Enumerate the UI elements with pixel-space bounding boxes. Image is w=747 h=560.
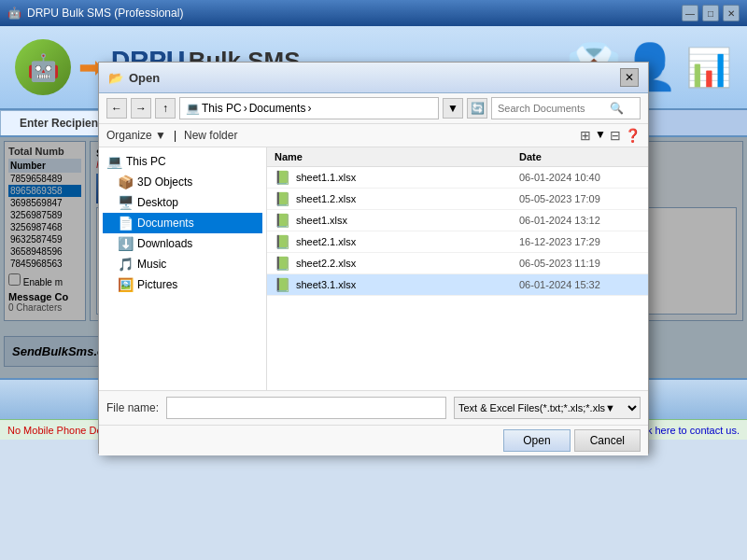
- breadcrumb-icon: 💻: [186, 102, 200, 115]
- breadcrumb-sep2: ›: [307, 102, 311, 115]
- file-row[interactable]: 📗 sheet2.2.xlsx 06-05-2023 11:19: [267, 253, 648, 274]
- 3dobjects-icon: 📦: [118, 175, 134, 189]
- open-dialog: 📂 Open ✕ ← → ↑ 💻 This PC › Documents › ▼: [98, 62, 649, 454]
- file-name: sheet2.2.xlsx: [296, 258, 519, 269]
- file-name: sheet1.xlsx: [296, 215, 519, 226]
- titlebar: 🤖 DRPU Bulk SMS (Professional) — □ ✕: [0, 0, 747, 26]
- file-date: 06-01-2024 10:40: [519, 172, 641, 183]
- dialog-icon: 📂: [108, 71, 123, 85]
- nav-dropdown-button[interactable]: ▼: [443, 98, 463, 119]
- file-row[interactable]: 📗 sheet1.xlsx 06-01-2024 13:12: [267, 210, 648, 231]
- dialog-action-row: Open Cancel: [99, 425, 648, 455]
- view-buttons: ⊞ ▼ ⊟ ❓: [580, 128, 641, 143]
- documents-icon: 📄: [118, 216, 134, 231]
- maximize-button[interactable]: □: [702, 5, 719, 21]
- android-icon: 🤖: [15, 39, 71, 95]
- file-name: sheet1.1.xlsx: [296, 172, 519, 183]
- view-grid-button[interactable]: ⊞: [580, 128, 591, 143]
- titlebar-left: 🤖 DRPU Bulk SMS (Professional): [7, 7, 183, 20]
- tree-item-downloads[interactable]: ⬇️ Downloads: [103, 233, 262, 254]
- close-button[interactable]: ✕: [723, 5, 740, 21]
- tree-label-documents: Documents: [137, 217, 194, 230]
- titlebar-controls: — □ ✕: [682, 5, 740, 21]
- file-row[interactable]: 📗 sheet1.1.xlsx 06-01-2024 10:40: [267, 167, 648, 189]
- header-chart: 📊: [685, 46, 732, 90]
- tree-label-thispc: This PC: [126, 155, 166, 168]
- file-row[interactable]: 📗 sheet2.1.xlsx 16-12-2023 17:29: [267, 231, 648, 253]
- nav-forward-button[interactable]: →: [131, 98, 151, 119]
- organize-bar: Organize ▼ | New folder ⊞ ▼ ⊟ ❓: [99, 124, 648, 147]
- search-icon: 🔍: [610, 102, 624, 115]
- tree-label-desktop: Desktop: [137, 196, 178, 209]
- dialog-close-button[interactable]: ✕: [620, 68, 639, 87]
- dialog-title-text: Open: [129, 71, 160, 85]
- breadcrumb-thispc: This PC: [202, 102, 242, 115]
- tree-label-downloads: Downloads: [137, 237, 192, 250]
- file-date: 06-01-2024 13:12: [519, 215, 641, 226]
- cancel-button[interactable]: Cancel: [574, 429, 641, 452]
- excel-icon: 📗: [275, 213, 290, 228]
- nav-up-button[interactable]: ↑: [155, 98, 176, 119]
- main-content: Total Numb Number 7859658489 8965869358 …: [0, 137, 747, 378]
- tree-label-pictures: Pictures: [137, 278, 177, 291]
- col-date-header: Date: [519, 151, 641, 162]
- file-row[interactable]: 📗 sheet1.2.xlsx 05-05-2023 17:09: [267, 189, 648, 210]
- tree-label-3dobjects: 3D Objects: [137, 175, 192, 189]
- files-header: Name Date: [267, 147, 648, 167]
- tree-item-music[interactable]: 🎵 Music: [103, 254, 262, 274]
- open-button[interactable]: Open: [503, 429, 570, 452]
- app-icon: 🤖: [7, 7, 21, 20]
- excel-icon: 📗: [275, 256, 290, 271]
- organize-button[interactable]: Organize ▼: [106, 129, 166, 142]
- file-date: 16-12-2023 17:29: [519, 236, 641, 247]
- filetype-select[interactable]: Text & Excel Files(*.txt;*.xls;*.xls▼: [454, 397, 641, 419]
- filename-input[interactable]: [166, 397, 446, 419]
- dialog-title: 📂 Open: [108, 71, 160, 85]
- minimize-button[interactable]: —: [682, 5, 698, 21]
- excel-icon: 📗: [275, 277, 290, 292]
- desktop-icon: 🖥️: [118, 195, 134, 210]
- thispc-icon: 💻: [106, 154, 122, 169]
- dialog-overlay: 📂 Open ✕ ← → ↑ 💻 This PC › Documents › ▼: [0, 137, 747, 378]
- nav-refresh-button[interactable]: 🔄: [467, 98, 487, 119]
- music-icon: 🎵: [118, 257, 134, 272]
- app-title: DRPU Bulk SMS (Professional): [27, 7, 183, 20]
- excel-icon: 📗: [275, 234, 290, 249]
- dialog-footer: File name: Text & Excel Files(*.txt;*.xl…: [99, 390, 648, 425]
- pictures-icon: 🖼️: [118, 277, 134, 292]
- file-row[interactable]: 📗 sheet3.1.xlsx 06-01-2024 15:32: [267, 274, 648, 296]
- filename-label: File name:: [106, 401, 159, 414]
- file-date: 06-01-2024 15:32: [519, 279, 641, 290]
- tree-item-desktop[interactable]: 🖥️ Desktop: [103, 192, 262, 213]
- file-date: 06-05-2023 11:19: [519, 258, 641, 269]
- search-box: 🔍: [491, 97, 641, 119]
- tree-label-music: Music: [137, 258, 166, 271]
- breadcrumb-docs: Documents: [249, 102, 306, 115]
- dialog-body: 💻 This PC 📦 3D Objects 🖥️ Desktop 📄 Docu…: [99, 147, 648, 390]
- file-name: sheet3.1.xlsx: [296, 279, 519, 290]
- dialog-toolbar: ← → ↑ 💻 This PC › Documents › ▼ 🔄 🔍: [99, 93, 648, 124]
- tree-item-3dobjects[interactable]: 📦 3D Objects: [103, 172, 262, 192]
- file-date: 05-05-2023 17:09: [519, 193, 641, 204]
- breadcrumb[interactable]: 💻 This PC › Documents ›: [179, 97, 439, 119]
- new-folder-button[interactable]: New folder: [184, 129, 237, 142]
- search-input[interactable]: [498, 103, 610, 114]
- tree-item-pictures[interactable]: 🖼️ Pictures: [103, 274, 262, 295]
- file-name: sheet1.2.xlsx: [296, 193, 519, 204]
- dialog-titlebar: 📂 Open ✕: [99, 63, 648, 93]
- help-dialog-button[interactable]: ❓: [625, 128, 641, 143]
- tree-panel: 💻 This PC 📦 3D Objects 🖥️ Desktop 📄 Docu…: [99, 147, 267, 390]
- downloads-icon: ⬇️: [118, 236, 134, 251]
- breadcrumb-sep1: ›: [244, 102, 247, 115]
- bar-sep: |: [174, 129, 176, 142]
- nav-back-button[interactable]: ←: [106, 98, 127, 119]
- excel-icon: 📗: [275, 170, 290, 185]
- tree-item-thispc[interactable]: 💻 This PC: [103, 151, 262, 172]
- tree-item-documents[interactable]: 📄 Documents: [103, 213, 262, 233]
- view-column-button[interactable]: ⊟: [610, 128, 621, 143]
- excel-icon: 📗: [275, 191, 290, 206]
- col-name-header: Name: [275, 151, 519, 162]
- file-name: sheet2.1.xlsx: [296, 236, 519, 247]
- files-panel: Name Date 📗 sheet1.1.xlsx 06-01-2024 10:…: [267, 147, 648, 390]
- view-sep: ▼: [595, 128, 606, 143]
